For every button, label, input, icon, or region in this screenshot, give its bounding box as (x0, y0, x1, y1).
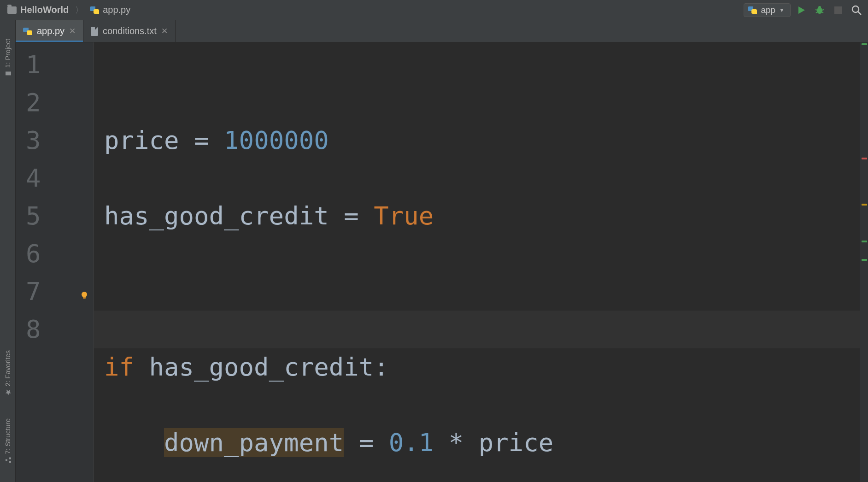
svg-rect-13 (10, 458, 12, 459)
code-line: price = 1000000 (104, 122, 868, 159)
run-config-selector[interactable]: app ▼ (744, 3, 791, 17)
tab-label: app.py (37, 26, 65, 36)
svg-rect-14 (6, 459, 8, 461)
close-icon[interactable]: ✕ (69, 26, 76, 36)
chevron-down-icon: ▼ (779, 7, 785, 13)
svg-line-5 (822, 12, 823, 13)
analysis-ok-icon (862, 43, 867, 45)
breadcrumb-file-label: app.py (103, 5, 130, 15)
svg-line-3 (822, 10, 824, 10)
python-icon (90, 6, 99, 15)
tab-app-py[interactable]: app.py ✕ (16, 20, 83, 42)
chevron-right-icon: 〉 (75, 5, 83, 16)
svg-point-6 (818, 6, 821, 9)
editor: 1 2 3 4 5 6 7 8 price = 1000000 has_good… (16, 42, 868, 482)
svg-marker-11 (6, 389, 12, 395)
tab-label: conditions.txt (103, 26, 157, 36)
svg-marker-0 (798, 6, 805, 14)
debug-button[interactable] (812, 2, 827, 18)
structure-icon (5, 457, 11, 464)
code-line (104, 273, 868, 311)
code-line: if has_good_credit: (104, 348, 868, 386)
line-number: 8 (16, 311, 94, 348)
gutter[interactable]: 1 2 3 4 5 6 7 8 (16, 42, 94, 482)
error-stripe[interactable] (860, 42, 868, 482)
lightbulb-icon[interactable] (80, 291, 88, 300)
breadcrumb-file[interactable]: app.py (86, 3, 134, 17)
warning-mark[interactable] (862, 241, 867, 242)
editor-tabs: app.py ✕ conditions.txt ✕ (0, 20, 868, 42)
search-button[interactable] (849, 2, 864, 18)
svg-line-4 (816, 12, 817, 13)
toolwindow-structure[interactable]: 7: Structure (4, 418, 12, 464)
star-icon (5, 389, 11, 395)
toolwindow-favorites[interactable]: 2: Favorites (4, 350, 12, 395)
navigation-bar: HelloWorld 〉 app.py app ▼ (0, 0, 868, 20)
line-number: 2 (16, 84, 94, 122)
svg-rect-10 (6, 71, 12, 75)
line-number: 1 (16, 46, 94, 84)
line-number: 5 (16, 197, 94, 235)
code-line: has_good_credit = True (104, 197, 868, 235)
svg-line-2 (815, 10, 817, 10)
svg-rect-16 (83, 297, 86, 299)
current-line-highlight (94, 311, 860, 348)
python-icon (748, 6, 757, 15)
tab-conditions-txt[interactable]: conditions.txt ✕ (83, 20, 176, 42)
close-icon[interactable]: ✕ (161, 26, 168, 36)
breadcrumb-project-label: HelloWorld (20, 5, 69, 15)
python-icon (23, 27, 32, 36)
warning-mark[interactable] (862, 204, 867, 206)
toolwindow-project[interactable]: 1: Project (4, 39, 12, 77)
warning-mark[interactable] (862, 259, 867, 261)
error-mark[interactable] (862, 158, 867, 159)
file-icon (91, 27, 98, 36)
code-line: down_payment = 0.1 * price (104, 424, 868, 462)
line-number: 3 (16, 122, 94, 159)
run-button[interactable] (793, 2, 809, 18)
svg-rect-12 (10, 461, 12, 463)
folder-icon (7, 6, 17, 14)
svg-line-9 (858, 12, 861, 15)
left-toolwindow-strip: 1: Project 2: Favorites 7: Structure (0, 20, 16, 482)
breadcrumb-project[interactable]: HelloWorld (4, 3, 72, 17)
folder-icon (5, 71, 11, 77)
svg-point-8 (852, 6, 859, 12)
stop-button[interactable] (830, 2, 846, 18)
svg-rect-7 (834, 6, 842, 14)
run-config-label: app (761, 5, 775, 15)
svg-point-15 (82, 292, 87, 297)
line-number: 4 (16, 159, 94, 197)
line-number: 6 (16, 235, 94, 273)
code-area[interactable]: price = 1000000 has_good_credit = True i… (94, 42, 868, 482)
